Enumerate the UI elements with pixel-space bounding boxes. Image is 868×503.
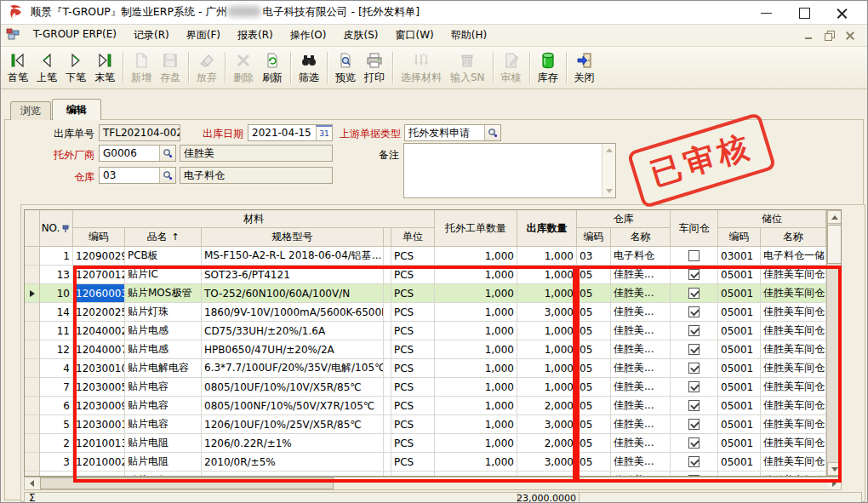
cell-no[interactable]: 2 bbox=[40, 434, 73, 453]
cell-order-qty[interactable]: 1,000 bbox=[435, 415, 517, 434]
close-button[interactable] bbox=[823, 2, 860, 24]
cell-code[interactable]: 12010013 bbox=[73, 434, 125, 453]
cell-order-qty[interactable]: 1,000 bbox=[435, 340, 517, 359]
cell-loc-name[interactable]: 电子料仓一储 bbox=[761, 247, 826, 266]
cell-code[interactable]: 12040002 bbox=[73, 322, 125, 340]
table-row[interactable]: 1412020025贴片灯珠1860/9V-10V/1000mA/5600K-6… bbox=[25, 303, 826, 322]
cell-wh-name[interactable]: 佳胜美... bbox=[611, 340, 671, 359]
header-wh-name[interactable]: 名称 bbox=[611, 228, 671, 247]
header-order-qty[interactable]: 托外工单数量 bbox=[435, 210, 517, 247]
scroll-up-icon[interactable] bbox=[602, 144, 615, 157]
cell-wh-code[interactable]: 05 bbox=[577, 472, 611, 476]
cell-loc-code[interactable]: 05001 bbox=[718, 340, 761, 359]
cell-spec[interactable]: TO-252/60N100/60A/100V/N bbox=[202, 284, 384, 303]
cell-wh-name[interactable]: 佳胜美... bbox=[611, 266, 671, 284]
lookup-icon[interactable] bbox=[159, 168, 175, 183]
cell-name[interactable]: 贴片电解电容 bbox=[125, 359, 202, 378]
cell-loc-code[interactable]: 05001 bbox=[718, 266, 761, 284]
menu-reports[interactable]: 报表(R) bbox=[229, 25, 282, 46]
cell-no[interactable]: 6 bbox=[40, 397, 73, 415]
cell-name[interactable]: 贴片电容 bbox=[125, 415, 202, 434]
cell-unit[interactable]: PCS bbox=[391, 472, 435, 476]
cell-no[interactable]: 9 bbox=[40, 472, 73, 476]
menu-records[interactable]: 记录(R) bbox=[125, 25, 178, 46]
cell-wh-code[interactable]: 05 bbox=[577, 322, 611, 340]
calendar-icon[interactable]: 31 bbox=[316, 125, 332, 140]
cell-order-qty[interactable]: 1,000 bbox=[435, 322, 517, 340]
cell-wh-code[interactable]: 05 bbox=[577, 397, 611, 415]
cell-out-qty[interactable]: 1,000 bbox=[517, 266, 577, 284]
table-row[interactable]: 1312070012贴片ICSOT23-6/PT4121PCS1,0001,00… bbox=[25, 266, 826, 284]
table-row[interactable]: 1212040007贴片电感HPB0650/47UH/±20%/2APCS1,0… bbox=[25, 340, 826, 359]
filter-button[interactable]: 筛选 bbox=[294, 49, 323, 87]
cell-out-qty[interactable]: 1,000 bbox=[517, 472, 577, 476]
tab-browse[interactable]: 浏览 bbox=[10, 101, 51, 120]
workshop-checkbox[interactable] bbox=[688, 381, 700, 392]
cell-wh-code[interactable]: 05 bbox=[577, 434, 611, 453]
table-row[interactable]: 712030005贴片电容0805/10UF/10%/10V/X5R/85℃PC… bbox=[25, 378, 826, 397]
last-record-button[interactable]: 末笔 bbox=[90, 49, 119, 87]
header-spec[interactable]: 规格型号 bbox=[202, 228, 384, 247]
cell-spec[interactable]: 0805/10UF/10%/10V/X5R/85℃ bbox=[202, 378, 384, 397]
scroll-down-icon[interactable] bbox=[602, 185, 615, 197]
cell-wh-name[interactable]: 佳胜美... bbox=[611, 378, 671, 397]
preview-button[interactable]: 预览 bbox=[331, 49, 360, 87]
row-indicator[interactable] bbox=[25, 359, 40, 378]
cell-name[interactable]: 贴片电感 bbox=[125, 322, 202, 340]
cell-loc-name[interactable]: 佳胜美车间仓 bbox=[761, 322, 826, 340]
row-indicator[interactable] bbox=[25, 378, 40, 397]
cell-loc-code[interactable]: 05001 bbox=[718, 303, 761, 322]
cell-out-qty[interactable]: 3,000 bbox=[517, 303, 577, 322]
cell-out-qty[interactable]: 3,000 bbox=[517, 453, 577, 472]
row-indicator[interactable] bbox=[25, 284, 40, 303]
header-material-group[interactable]: 材料 bbox=[73, 210, 435, 228]
row-indicator[interactable] bbox=[25, 472, 40, 476]
cell-code[interactable]: 12030005 bbox=[73, 378, 125, 397]
cell-wh-name[interactable]: 佳胜美... bbox=[611, 359, 671, 378]
vertical-scroll-thumb[interactable] bbox=[827, 225, 842, 264]
cell-workshop-checkbox[interactable] bbox=[671, 415, 718, 434]
header-loc-code[interactable]: 编码 bbox=[718, 228, 761, 247]
mdi-minimize-icon[interactable] bbox=[804, 31, 814, 41]
cell-unit[interactable]: PCS bbox=[391, 453, 435, 472]
cell-loc-code[interactable]: 05001 bbox=[718, 434, 761, 453]
cell-no[interactable]: 14 bbox=[40, 303, 73, 322]
cell-loc-code[interactable]: 05001 bbox=[718, 453, 761, 472]
cell-no[interactable]: 11 bbox=[40, 322, 73, 340]
workshop-checkbox[interactable] bbox=[688, 306, 700, 317]
mdi-close-icon[interactable] bbox=[845, 31, 855, 41]
table-row[interactable]: 512030001贴片电容1206/10UF/10%/25V/X5R/85℃PC… bbox=[25, 415, 826, 434]
cell-spec[interactable]: 1206/0.22R/±1% bbox=[202, 434, 384, 453]
cell-clipped[interactable] bbox=[384, 378, 391, 397]
cell-out-qty[interactable]: 2,000 bbox=[517, 397, 577, 415]
cell-code[interactable]: 12030010 bbox=[73, 359, 125, 378]
cell-loc-name[interactable]: 佳胜美车间仓 bbox=[761, 415, 826, 434]
cell-out-qty[interactable]: 1,000 bbox=[517, 322, 577, 340]
cell-order-qty[interactable]: 1,000 bbox=[435, 266, 517, 284]
cell-name[interactable]: 贴片IC bbox=[125, 266, 202, 284]
cell-spec[interactable]: 2010/0R/±5% bbox=[202, 453, 384, 472]
cell-spec[interactable]: HPB0650/47UH/±20%/2A bbox=[202, 340, 384, 359]
scroll-left-icon[interactable] bbox=[25, 477, 38, 489]
mdi-restore-icon[interactable] bbox=[825, 31, 835, 41]
cell-code[interactable]: 12070012 bbox=[73, 266, 125, 284]
cell-code[interactable]: 12050004 bbox=[73, 472, 125, 476]
table-row[interactable]: 412030010贴片电解电容6.3*7.7/100UF/20%/35V/电解/… bbox=[25, 359, 826, 378]
cell-unit[interactable]: PCS bbox=[391, 434, 435, 453]
cell-wh-name[interactable]: 佳胜美... bbox=[611, 322, 671, 340]
cell-wh-name[interactable]: 佳胜美... bbox=[611, 303, 671, 322]
cell-wh-code[interactable]: 05 bbox=[577, 359, 611, 378]
cell-clipped[interactable] bbox=[384, 472, 391, 476]
cell-wh-name[interactable]: 佳胜美... bbox=[611, 284, 671, 303]
cell-workshop-checkbox[interactable] bbox=[671, 434, 718, 453]
cell-unit[interactable]: PCS bbox=[391, 359, 435, 378]
cell-clipped[interactable] bbox=[384, 434, 391, 453]
cell-out-qty[interactable]: 3,000 bbox=[517, 415, 577, 434]
cell-order-qty[interactable]: 1,000 bbox=[435, 472, 517, 476]
cell-no[interactable]: 12 bbox=[40, 340, 73, 359]
cell-out-qty[interactable]: 1,000 bbox=[517, 340, 577, 359]
cell-code[interactable]: 12010002 bbox=[73, 453, 125, 472]
cell-unit[interactable]: PCS bbox=[391, 266, 435, 284]
cell-order-qty[interactable]: 1,000 bbox=[435, 397, 517, 415]
cell-spec[interactable]: 1860/9V-10V/1000mA/5600K-6500K... bbox=[202, 303, 384, 322]
